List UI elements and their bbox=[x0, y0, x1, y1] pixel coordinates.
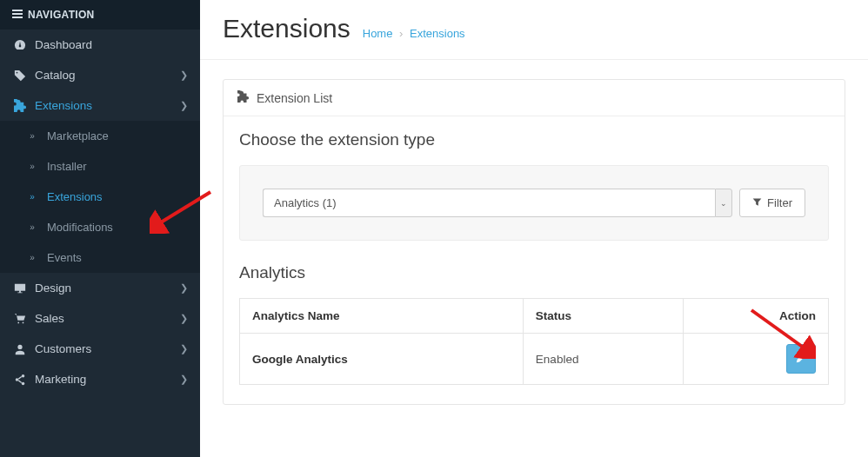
double-chevron-icon: » bbox=[24, 253, 40, 262]
sidebar-item-label: Extensions bbox=[47, 190, 103, 203]
double-chevron-icon: » bbox=[24, 192, 40, 202]
dashboard-icon bbox=[12, 39, 28, 51]
filter-button-label: Filter bbox=[767, 196, 792, 209]
chevron-right-icon: ❯ bbox=[180, 100, 188, 111]
puzzle-icon bbox=[237, 90, 250, 105]
sidebar-item-label: Customers bbox=[35, 342, 91, 355]
sidebar-submenu-extensions: » Marketplace » Installer » Extensions »… bbox=[0, 121, 200, 273]
user-icon bbox=[12, 343, 28, 355]
sidebar-item-marketing[interactable]: Marketing ❯ bbox=[0, 364, 200, 394]
page-title: Extensions bbox=[223, 14, 351, 43]
chevron-right-icon: ❯ bbox=[180, 313, 188, 324]
breadcrumb-separator: › bbox=[399, 27, 403, 40]
svg-point-0 bbox=[22, 374, 25, 377]
sidebar-item-design[interactable]: Design ❯ bbox=[0, 273, 200, 303]
sidebar-item-dashboard[interactable]: Dashboard bbox=[0, 30, 200, 60]
edit-button[interactable] bbox=[786, 344, 816, 374]
chevron-right-icon: ❯ bbox=[180, 70, 188, 81]
sidebar-item-label: Catalog bbox=[35, 69, 76, 82]
extension-type-select[interactable]: Analytics (1) ⌄ bbox=[263, 189, 732, 217]
sidebar-subitem-modifications[interactable]: » Modifications bbox=[0, 212, 200, 242]
cell-action bbox=[684, 334, 829, 385]
chevron-right-icon: ❯ bbox=[180, 374, 188, 385]
analytics-section-title: Analytics bbox=[239, 263, 829, 282]
sidebar-subitem-installer[interactable]: » Installer bbox=[0, 151, 200, 182]
sidebar-item-label: Marketplace bbox=[47, 129, 109, 142]
sidebar-item-customers[interactable]: Customers ❯ bbox=[0, 334, 200, 364]
svg-point-1 bbox=[16, 378, 19, 381]
sidebar-item-label: Dashboard bbox=[35, 38, 92, 51]
sidebar-item-sales[interactable]: Sales ❯ bbox=[0, 303, 200, 334]
choose-type-title: Choose the extension type bbox=[239, 130, 829, 149]
puzzle-icon bbox=[12, 99, 28, 112]
page-header: Extensions Home › Extensions bbox=[200, 0, 868, 60]
sidebar-subitem-events[interactable]: » Events bbox=[0, 242, 200, 273]
select-value: Analytics (1) bbox=[263, 189, 715, 217]
double-chevron-icon: » bbox=[24, 131, 40, 141]
main-content: Extensions Home › Extensions Extension L… bbox=[200, 0, 868, 457]
panel-header: Extension List bbox=[224, 80, 845, 116]
sidebar-item-label: Sales bbox=[35, 312, 64, 325]
breadcrumb-home[interactable]: Home bbox=[363, 27, 393, 40]
sidebar-header-label: NAVIGATION bbox=[28, 9, 95, 21]
sidebar-item-label: Design bbox=[35, 281, 71, 295]
filter-icon bbox=[752, 196, 762, 209]
sidebar-item-label: Extensions bbox=[35, 99, 92, 112]
sidebar-subitem-extensions[interactable]: » Extensions bbox=[0, 182, 200, 212]
col-name: Analytics Name bbox=[240, 299, 524, 334]
extension-list-panel: Extension List Choose the extension type… bbox=[223, 79, 845, 405]
cell-name: Google Analytics bbox=[240, 334, 524, 385]
chevron-down-icon[interactable]: ⌄ bbox=[715, 189, 732, 217]
panel-title: Extension List bbox=[257, 91, 332, 105]
desktop-icon bbox=[12, 282, 28, 295]
hamburger-icon bbox=[12, 9, 23, 21]
cell-status: Enabled bbox=[523, 334, 683, 385]
filter-button[interactable]: Filter bbox=[739, 189, 805, 217]
share-icon bbox=[12, 374, 28, 386]
chevron-right-icon: ❯ bbox=[180, 282, 188, 294]
col-status: Status bbox=[523, 299, 683, 334]
chevron-right-icon: ❯ bbox=[180, 343, 188, 354]
filter-well: Analytics (1) ⌄ Filter bbox=[239, 165, 829, 241]
sidebar-item-label: Modifications bbox=[47, 221, 113, 234]
pencil-icon bbox=[795, 352, 807, 367]
sidebar-item-extensions[interactable]: Extensions ❯ bbox=[0, 90, 200, 121]
breadcrumb: Home › Extensions bbox=[363, 27, 465, 40]
tag-icon bbox=[12, 70, 28, 82]
col-action: Action bbox=[684, 299, 829, 334]
sidebar-item-label: Installer bbox=[47, 160, 87, 173]
sidebar-item-label: Events bbox=[47, 251, 82, 264]
table-header-row: Analytics Name Status Action bbox=[240, 299, 829, 334]
sidebar-item-label: Marketing bbox=[35, 373, 86, 386]
svg-point-2 bbox=[22, 381, 25, 385]
cart-icon bbox=[12, 313, 28, 325]
double-chevron-icon: » bbox=[24, 162, 40, 171]
analytics-table: Analytics Name Status Action Google Anal… bbox=[239, 298, 829, 385]
sidebar-header: NAVIGATION bbox=[0, 0, 200, 30]
sidebar-subitem-marketplace[interactable]: » Marketplace bbox=[0, 121, 200, 151]
double-chevron-icon: » bbox=[24, 222, 40, 232]
sidebar-item-catalog[interactable]: Catalog ❯ bbox=[0, 60, 200, 90]
breadcrumb-current[interactable]: Extensions bbox=[410, 27, 465, 40]
table-row: Google Analytics Enabled bbox=[240, 334, 829, 385]
sidebar: NAVIGATION Dashboard Catalog ❯ Extension… bbox=[0, 0, 200, 457]
